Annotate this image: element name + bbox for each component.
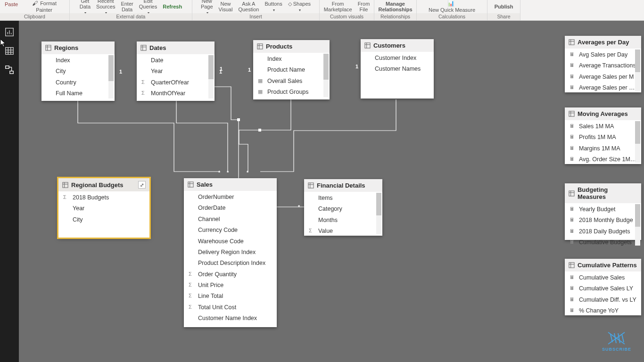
field-row[interactable]: 🖩Average Sales per Cu xyxy=(565,82,641,92)
table-sales[interactable]: Sales OrderNumber OrderDate Channel Curr… xyxy=(184,178,277,327)
new-page-button[interactable]: New Page xyxy=(199,0,215,13)
field-row[interactable]: ▦Overall Sales xyxy=(253,76,330,87)
field-row[interactable]: 🖩Average Sales per M xyxy=(565,72,641,82)
field-row[interactable]: ΣUnit Price xyxy=(184,280,277,291)
field-row[interactable]: ▦Product Groups Ind xyxy=(253,98,330,99)
enter-data-button[interactable]: Enter Data xyxy=(119,0,135,13)
scrollbar[interactable] xyxy=(635,49,640,91)
field-row[interactable]: 🖩Average Transactions xyxy=(565,60,641,71)
field-row[interactable]: 🖩Avg Sales per Day xyxy=(565,49,641,60)
new-quick-measure-button[interactable]: New Quick Measure xyxy=(427,0,477,13)
recent-sources-button[interactable]: Recent Sources xyxy=(94,0,117,13)
scrollbar[interactable] xyxy=(323,54,329,97)
model-canvas[interactable]: 1 * 1 * 1 * 1 1 * Regions Index City Cou… xyxy=(19,21,644,362)
scrollbar[interactable] xyxy=(108,55,114,99)
from-file-button[interactable]: From File xyxy=(356,0,372,13)
publish-button[interactable]: Publish xyxy=(493,0,515,13)
field-row[interactable]: ΣValue xyxy=(304,226,382,235)
svg-text:1: 1 xyxy=(220,66,223,72)
refresh-button[interactable]: Refresh xyxy=(161,0,184,13)
field-row[interactable]: Σ2018 Budgets xyxy=(58,192,149,203)
field-row[interactable]: ΣLine Total xyxy=(184,291,277,302)
field-row[interactable]: 🖩Sales 1M MA xyxy=(565,121,641,132)
field-row[interactable]: ΣOrder Quantity xyxy=(184,269,277,280)
model-view-button[interactable] xyxy=(2,62,17,77)
field-row[interactable]: Currency Code xyxy=(184,225,277,236)
table-averages-per-day[interactable]: Averages per Day 🖩Avg Sales per Day 🖩Ave… xyxy=(565,36,641,92)
field-row[interactable]: Year xyxy=(58,203,149,214)
field-row[interactable]: Full Name xyxy=(41,88,115,99)
edit-queries-button[interactable]: Edit Queries xyxy=(137,0,159,13)
field-row[interactable]: 🖩2018 Daily Budgets xyxy=(565,226,641,237)
expand-button[interactable]: ⤢ xyxy=(138,181,146,189)
table-icon xyxy=(4,46,15,56)
field-row[interactable]: Country xyxy=(41,77,115,88)
table-dates[interactable]: Dates Date Year ΣQuarterOfYear ΣMonthOfY… xyxy=(137,41,215,101)
field-row[interactable]: 🖩Cumulative Sales LY xyxy=(565,283,641,294)
table-regions[interactable]: Regions Index City Country Full Name Ter… xyxy=(41,41,115,101)
format-painter-button[interactable]: Format Painter xyxy=(22,0,66,13)
field-row[interactable]: City xyxy=(58,214,149,225)
field-row[interactable]: Months xyxy=(304,215,382,226)
report-view-button[interactable] xyxy=(2,25,17,40)
table-title: Regional Budgets xyxy=(71,181,124,189)
manage-relationships-button[interactable]: Manage Relationships xyxy=(376,0,414,13)
field-row[interactable]: Product Description Index xyxy=(184,258,277,269)
field-row[interactable]: 🖩% Change YoY xyxy=(565,305,641,315)
get-data-button[interactable]: Get Data xyxy=(78,0,92,13)
field-row[interactable]: 🖩Margins 1M MA xyxy=(565,143,641,154)
scrollbar[interactable] xyxy=(635,204,640,246)
buttons-button[interactable]: Buttons xyxy=(263,0,284,13)
field-row[interactable]: Product Name xyxy=(253,65,330,75)
field-row[interactable]: Customer Name Index xyxy=(184,313,277,324)
field-row[interactable]: ΣTotal Unit Cost xyxy=(184,302,277,313)
table-budgeting-measures[interactable]: Budgeting Measures 🖩Yearly Budget 🖩2018 … xyxy=(565,183,641,240)
field-row[interactable]: 🖩2018 Monthly Budge xyxy=(565,215,641,226)
table-moving-averages[interactable]: Moving Averages 🖩Sales 1M MA 🖩Profits 1M… xyxy=(565,107,641,164)
svg-line-59 xyxy=(618,333,620,343)
field-row[interactable]: Customer Index xyxy=(361,53,434,64)
field-row[interactable]: Year xyxy=(137,66,215,77)
scrollbar[interactable] xyxy=(208,55,214,99)
sigma-icon: Σ xyxy=(189,270,192,278)
field-row[interactable]: 🖩Yearly Budget xyxy=(565,204,641,215)
field-row[interactable]: Territory xyxy=(41,99,115,100)
field-row[interactable]: ΣDayOfMonth xyxy=(137,99,215,100)
table-products[interactable]: Products Index Product Name ▦Overall Sal… xyxy=(253,40,330,99)
sigma-icon: Σ xyxy=(141,78,145,86)
field-row[interactable]: 🖩Cumulative Diff. vs LY xyxy=(565,295,641,305)
field-row[interactable]: 🖩Profits 1M MA xyxy=(565,132,641,143)
table-icon xyxy=(569,190,575,197)
calculator-icon: 🖩 xyxy=(570,73,575,81)
field-row[interactable]: Date xyxy=(137,55,215,66)
new-visual-button[interactable]: New Visual xyxy=(217,0,235,13)
field-row[interactable]: Channel xyxy=(184,214,277,225)
field-row[interactable]: 🖩Cumulative Sales xyxy=(565,272,641,283)
field-row[interactable]: Index xyxy=(41,55,115,66)
field-row[interactable]: ΣMonthOfYear xyxy=(137,88,215,99)
field-row[interactable]: Warehouse Code xyxy=(184,236,277,247)
from-marketplace-button[interactable]: From Marketplace xyxy=(322,0,354,13)
field-row[interactable]: OrderNumber xyxy=(184,192,277,203)
paste-button[interactable]: Paste xyxy=(3,0,20,10)
table-cumulative-patterns[interactable]: Cumulative Patterns 🖩Cumulative Sales 🖩C… xyxy=(565,259,641,315)
scrollbar[interactable] xyxy=(635,121,640,163)
table-customers[interactable]: Customers Customer Index Customer Names xyxy=(361,39,434,99)
field-row[interactable]: Category xyxy=(304,204,382,214)
shapes-button[interactable]: ◇ Shapes xyxy=(286,0,313,13)
field-row[interactable]: ΣQuarterOfYear xyxy=(137,77,215,88)
table-regional-budgets[interactable]: Regional Budgets⤢ Σ2018 Budgets Year Cit… xyxy=(58,178,149,238)
field-row[interactable]: Delivery Region Index xyxy=(184,247,277,258)
field-row[interactable]: Index xyxy=(253,54,330,65)
field-row[interactable]: City xyxy=(41,66,115,77)
field-row[interactable]: Customer Names xyxy=(361,64,434,74)
table-title: Dates xyxy=(149,44,166,51)
scrollbar[interactable] xyxy=(376,193,381,234)
field-row[interactable]: OrderDate xyxy=(184,203,277,214)
field-row[interactable]: Items xyxy=(304,193,382,204)
field-row[interactable]: ▦Product Groups xyxy=(253,87,330,98)
field-row[interactable]: 🖩Cumulative Budgets xyxy=(565,237,641,247)
field-row[interactable]: 🖩Avg. Order Size 1M M xyxy=(565,154,641,164)
table-financial-details[interactable]: Financial Details Items Category Months … xyxy=(304,179,382,236)
ask-question-button[interactable]: Ask A Question xyxy=(236,0,261,13)
